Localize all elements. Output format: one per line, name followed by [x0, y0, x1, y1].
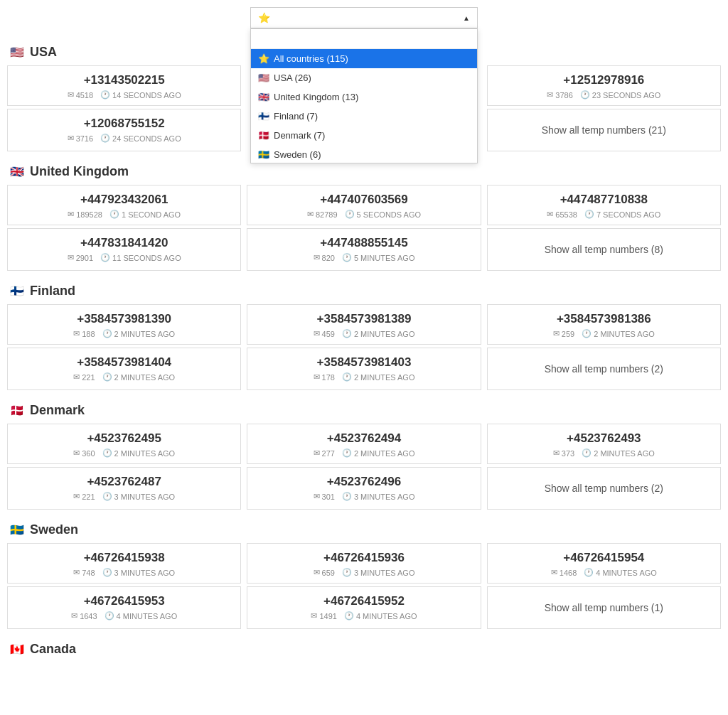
flag-emoji: 🇺🇸 — [10, 45, 24, 59]
time-ago: 🕐 2 MINUTES AGO — [582, 329, 655, 338]
dropdown-item-5[interactable]: 🇸🇪Sweden (6) — [251, 145, 477, 163]
country-name: USA — [30, 45, 57, 60]
mail-icon: ✉ — [314, 448, 320, 458]
country-name: Denmark — [30, 403, 85, 418]
show-all-button[interactable]: Show all temp numbers (21) — [487, 109, 721, 151]
country-section-canada: 🇨🇦 Canada — [7, 636, 721, 662]
time-ago: 🕐 11 SECONDS AGO — [100, 253, 181, 262]
dropdown-item-2[interactable]: 🇬🇧United Kingdom (13) — [251, 87, 477, 107]
number-card[interactable]: +447831841420 ✉ 2901 🕐 11 SECONDS AGO — [7, 228, 241, 271]
dropdown-item-3[interactable]: 🇫🇮Finland (7) — [251, 107, 477, 126]
clock-icon: 🕐 — [582, 329, 592, 338]
clock-icon: 🕐 — [342, 372, 352, 382]
phone-number: +3584573981403 — [256, 355, 471, 370]
number-card[interactable]: +4523762493 ✉ 373 🕐 2 MINUTES AGO — [487, 424, 721, 464]
mail-icon: ✉ — [68, 253, 74, 262]
clock-icon: 🕐 — [342, 448, 352, 458]
dropdown-item-1[interactable]: 🇺🇸USA (26) — [251, 68, 477, 87]
message-count: ✉ 221 — [73, 492, 95, 501]
message-count: ✉ 1643 — [71, 611, 97, 620]
clock-icon: 🕐 — [344, 611, 354, 620]
phone-number: +46726415953 — [16, 594, 232, 608]
number-meta: ✉ 820 🕐 5 MINUTES AGO — [256, 253, 471, 262]
message-count: ✉ 259 — [553, 329, 574, 338]
number-card[interactable]: +4523762496 ✉ 301 🕐 3 MINUTES AGO — [247, 467, 481, 510]
show-all-button[interactable]: Show all temp numbers (2) — [487, 348, 721, 390]
message-count: ✉ 820 — [314, 253, 335, 262]
message-count: ✉ 4518 — [68, 90, 93, 100]
time-ago: 🕐 7 SECONDS AGO — [584, 210, 660, 219]
number-meta: ✉ 4518 🕐 14 SECONDS AGO — [16, 90, 232, 100]
number-card[interactable]: +3584573981404 ✉ 221 🕐 2 MINUTES AGO — [7, 348, 241, 390]
show-all-label: Show all temp numbers (2) — [545, 363, 663, 375]
mail-icon: ✉ — [73, 492, 80, 501]
phone-number: +46726415954 — [496, 551, 712, 565]
dropdown-search-input[interactable] — [251, 29, 477, 49]
country-name: United Kingdom — [30, 164, 129, 179]
country-section-sweden: 🇸🇪 Sweden +46726415938 ✉ 748 🕐 3 MINUTES… — [7, 517, 721, 629]
number-card[interactable]: +46726415938 ✉ 748 🕐 3 MINUTES AGO — [7, 543, 241, 584]
mail-icon: ✉ — [314, 329, 320, 338]
number-card[interactable]: +447488855145 ✉ 820 🕐 5 MINUTES AGO — [247, 228, 481, 271]
numbers-row-2: +4523762487 ✉ 221 🕐 3 MINUTES AGO +45237… — [7, 467, 721, 510]
number-meta: ✉ 459 🕐 2 MINUTES AGO — [256, 329, 471, 338]
number-card[interactable]: +3584573981403 ✉ 178 🕐 2 MINUTES AGO — [247, 348, 481, 390]
number-card[interactable]: +46726415954 ✉ 1468 🕐 4 MINUTES AGO — [487, 543, 721, 584]
phone-number: +4523762494 — [256, 431, 471, 446]
time-ago: 🕐 24 SECONDS AGO — [100, 134, 181, 143]
phone-number: +3584573981389 — [256, 312, 471, 326]
message-count: ✉ 659 — [314, 568, 335, 577]
mail-icon: ✉ — [73, 448, 80, 458]
number-meta: ✉ 748 🕐 3 MINUTES AGO — [16, 568, 232, 577]
number-card[interactable]: +4523762494 ✉ 277 🕐 2 MINUTES AGO — [247, 424, 481, 464]
show-all-button[interactable]: Show all temp numbers (8) — [487, 228, 721, 271]
dropdown-item-0[interactable]: ⭐All countries (115) — [251, 49, 477, 68]
number-card[interactable]: +13143502215 ✉ 4518 🕐 14 SECONDS AGO — [7, 65, 241, 106]
number-card[interactable]: +4523762495 ✉ 360 🕐 2 MINUTES AGO — [7, 424, 241, 464]
number-card[interactable]: +46726415936 ✉ 659 🕐 3 MINUTES AGO — [247, 543, 481, 584]
clock-icon: 🕐 — [102, 448, 112, 458]
time-ago: 🕐 2 MINUTES AGO — [102, 372, 176, 382]
number-meta: ✉ 188 🕐 2 MINUTES AGO — [16, 329, 232, 338]
number-meta: ✉ 2901 🕐 11 SECONDS AGO — [16, 253, 232, 262]
number-card[interactable]: +12512978916 ✉ 3786 🕐 23 SECONDS AGO — [487, 65, 721, 106]
phone-number: +46726415936 — [256, 551, 471, 565]
mail-icon: ✉ — [68, 210, 74, 219]
dropdown-selected-button[interactable]: ⭐ ▲ — [250, 7, 478, 28]
clock-icon: 🕐 — [342, 253, 352, 262]
time-ago: 🕐 3 MINUTES AGO — [342, 492, 415, 501]
clock-icon: 🕐 — [102, 372, 112, 382]
show-all-button[interactable]: Show all temp numbers (1) — [487, 586, 721, 629]
numbers-row-1: +447923432061 ✉ 189528 🕐 1 SECOND AGO +4… — [7, 185, 721, 225]
mail-icon: ✉ — [314, 372, 320, 382]
show-all-button[interactable]: Show all temp numbers (2) — [487, 467, 721, 510]
number-card[interactable]: +447923432061 ✉ 189528 🕐 1 SECOND AGO — [7, 185, 241, 225]
number-card[interactable]: +3584573981389 ✉ 459 🕐 2 MINUTES AGO — [247, 304, 481, 345]
number-card[interactable]: +46726415953 ✉ 1643 🕐 4 MINUTES AGO — [7, 586, 241, 629]
time-ago: 🕐 2 MINUTES AGO — [582, 448, 655, 458]
number-meta: ✉ 1468 🕐 4 MINUTES AGO — [496, 568, 712, 577]
number-meta: ✉ 301 🕐 3 MINUTES AGO — [256, 492, 471, 501]
time-ago: 🕐 2 MINUTES AGO — [102, 329, 176, 338]
clock-icon: 🕐 — [580, 90, 590, 100]
country-name: Canada — [30, 642, 76, 657]
chevron-up-icon: ▲ — [463, 14, 470, 22]
number-card[interactable]: +4523762487 ✉ 221 🕐 3 MINUTES AGO — [7, 467, 241, 510]
country-dropdown[interactable]: ⭐ ▲ ⭐All countries (115)🇺🇸USA (26)🇬🇧Unit… — [250, 7, 478, 28]
number-meta: ✉ 221 🕐 3 MINUTES AGO — [16, 492, 232, 501]
country-section-finland: 🇫🇮 Finland +3584573981390 ✉ 188 🕐 2 MINU… — [7, 278, 721, 390]
mail-icon: ✉ — [307, 210, 314, 219]
number-card[interactable]: +3584573981386 ✉ 259 🕐 2 MINUTES AGO — [487, 304, 721, 345]
number-meta: ✉ 259 🕐 2 MINUTES AGO — [496, 329, 712, 338]
number-card[interactable]: +3584573981390 ✉ 188 🕐 2 MINUTES AGO — [7, 304, 241, 345]
number-card[interactable]: +12068755152 ✉ 3716 🕐 24 SECONDS AGO — [7, 109, 241, 151]
number-meta: ✉ 373 🕐 2 MINUTES AGO — [496, 448, 712, 458]
mail-icon: ✉ — [314, 253, 320, 262]
number-card[interactable]: +447407603569 ✉ 82789 🕐 5 SECONDS AGO — [247, 185, 481, 225]
number-card[interactable]: +447487710838 ✉ 65538 🕐 7 SECONDS AGO — [487, 185, 721, 225]
clock-icon: 🕐 — [100, 90, 110, 100]
show-all-label: Show all temp numbers (1) — [545, 602, 663, 613]
number-card[interactable]: +46726415952 ✉ 1491 🕐 4 MINUTES AGO — [247, 586, 481, 629]
dropdown-item-4[interactable]: 🇩🇰Denmark (7) — [251, 126, 477, 145]
clock-icon: 🕐 — [342, 329, 352, 338]
